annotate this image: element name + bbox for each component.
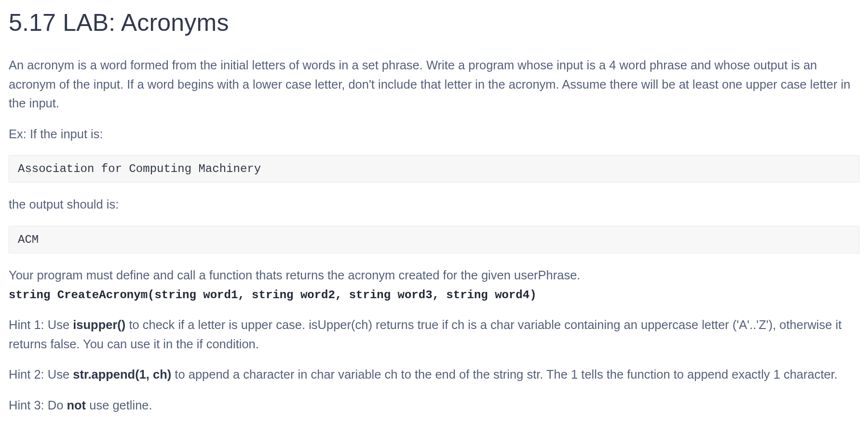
hint-2-suffix: to append a character in char variable c…	[171, 368, 838, 381]
function-signature: string CreateAcronym(string word1, strin…	[9, 289, 537, 302]
hint-1-prefix: Hint 1: Use	[9, 318, 73, 331]
example-output-code: ACM	[9, 226, 859, 253]
page-title: 5.17 LAB: Acronyms	[9, 9, 859, 37]
hint-2: Hint 2: Use str.append(1, ch) to append …	[9, 365, 857, 384]
hint-1-bold: isupper()	[73, 318, 125, 331]
hint-3: Hint 3: Do not use getline.	[9, 396, 857, 415]
example-input-label: Ex: If the input is:	[9, 125, 857, 144]
function-requirement: Your program must define and call a func…	[9, 266, 857, 304]
hint-1-suffix: to check if a letter is upper case. isUp…	[9, 318, 841, 351]
hint-2-prefix: Hint 2: Use	[9, 368, 73, 381]
hint-3-suffix: use getline.	[86, 398, 152, 412]
function-requirement-text: Your program must define and call a func…	[9, 268, 580, 282]
lab-document: 5.17 LAB: Acronyms An acronym is a word …	[0, 0, 868, 441]
hint-3-bold: not	[67, 398, 86, 412]
intro-paragraph: An acronym is a word formed from the ini…	[9, 56, 857, 113]
hint-2-bold: str.append(1, ch)	[73, 368, 171, 381]
example-output-label: the output should is:	[9, 195, 857, 214]
hint-1: Hint 1: Use isupper() to check if a lett…	[9, 316, 857, 354]
example-input-code: Association for Computing Machinery	[9, 155, 859, 183]
hint-3-prefix: Hint 3: Do	[9, 398, 67, 412]
